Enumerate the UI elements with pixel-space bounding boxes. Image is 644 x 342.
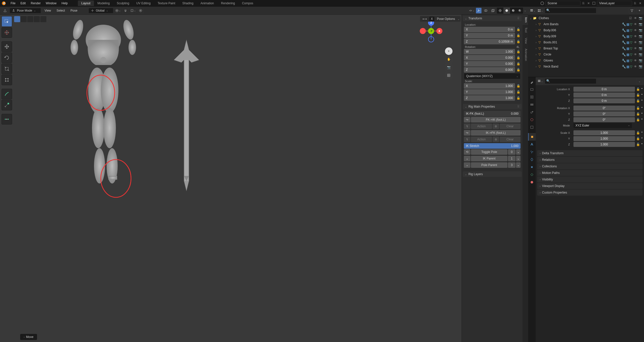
scale-x[interactable]: X1.000 (464, 83, 515, 89)
lock-icon[interactable]: 🔓 (516, 49, 521, 54)
prop-rotation-x[interactable]: 0° (573, 106, 635, 111)
shading-solid[interactable] (503, 8, 510, 14)
anim-dot-icon[interactable]: • (641, 117, 642, 122)
toggle-pole-menu[interactable]: ⌄ (516, 149, 521, 155)
properties-search[interactable] (545, 78, 596, 84)
n-tab-animation[interactable]: Animation (523, 46, 528, 64)
ik-parent-expand[interactable]: ⌄ (464, 156, 470, 161)
wrench-icon[interactable]: 🔧 (622, 65, 626, 69)
outliner-item[interactable]: › ▽ Body.009 🔧 ▦ ▽ 👁 📷 (529, 33, 643, 39)
outliner-item[interactable]: › ▽ Arm Bands 🔧 ▦ ▽ 👁 📷 (529, 21, 643, 27)
outliner-display-mode[interactable]: ⌄ (530, 8, 536, 14)
anim-dot-icon[interactable]: • (641, 99, 642, 103)
outliner-item[interactable]: › ▽ Body.006 🔧 ▦ ▽ 👁 📷 (529, 27, 643, 33)
prop-options[interactable]: ⌄ (636, 78, 642, 84)
new-viewlayer-icon[interactable]: ⎘ (633, 2, 637, 5)
outliner-item[interactable]: › ▽ Gloves 🔧 ▦ ▽ 👁 📷 (529, 57, 643, 64)
lock-icon[interactable]: 🔓 (636, 117, 640, 122)
section-viewport-display[interactable]: ›Viewport Display (537, 183, 642, 189)
modifier-icon[interactable]: ▦ (626, 53, 629, 56)
tab-sculpting[interactable]: Sculpting (113, 1, 133, 6)
prop-rotation-y[interactable]: 0° (573, 111, 635, 116)
section-motion-paths[interactable]: ›Motion Paths (537, 170, 642, 176)
pole-parent-expand[interactable]: ⌄ (464, 162, 470, 168)
anim-dot-icon[interactable]: • (641, 142, 642, 147)
prop-rotation-z[interactable]: 0° (573, 117, 635, 122)
prop-tab-viewlayer[interactable] (528, 101, 536, 108)
lock-icon[interactable]: 🔓 (516, 90, 521, 94)
rig-layers-header[interactable]: ⌄Rig Layers (463, 171, 522, 177)
gizmo-y-axis[interactable]: -Y (428, 28, 434, 34)
eye-icon[interactable]: 👁 (633, 22, 637, 26)
camera-icon[interactable]: 📷 (638, 65, 642, 69)
tab-texture-paint[interactable]: Texture Paint (154, 1, 179, 6)
rotation-mode-dropdown[interactable]: Quaternion (WXYZ)⌄ (464, 73, 521, 79)
gizmo-toggle[interactable] (476, 8, 482, 14)
prop-tab-output[interactable] (528, 93, 536, 101)
outliner-search[interactable] (545, 8, 596, 13)
tab-layout[interactable]: Layout (78, 1, 94, 6)
perspective-icon[interactable] (445, 72, 453, 79)
tab-modeling[interactable]: Modeling (94, 1, 113, 6)
vertex-group-icon[interactable]: ▽ (630, 35, 632, 38)
tool-rotate[interactable] (2, 52, 12, 63)
editor-type-icon[interactable] (2, 8, 8, 14)
eye-icon[interactable]: 👁 (633, 46, 637, 50)
prop-scale-y[interactable]: 1.000 (573, 136, 635, 141)
camera-icon[interactable]: 📷 (638, 22, 642, 26)
section-visibility[interactable]: ›Visibility (537, 176, 642, 182)
outliner-item[interactable]: › ▽ Boots.001 🔧 ▦ ▽ 👁 📷 (529, 39, 643, 45)
modifier-icon[interactable]: ▦ (626, 47, 629, 50)
camera-icon[interactable]: 📷 (638, 16, 642, 20)
outliner-view-mode[interactable]: ⌄ (537, 8, 543, 14)
menu-edit[interactable]: Edit (18, 1, 28, 6)
transform-panel-header[interactable]: ⌄Transform ⠿ (463, 16, 522, 21)
shading-dropdown[interactable]: ⌄ (524, 9, 526, 12)
location-z[interactable]: Z0.10508 m (464, 39, 515, 44)
ik-to-fk-button[interactable]: IK->FK (foot.L) (471, 130, 521, 136)
wrench-icon[interactable]: 🔧 (622, 35, 626, 38)
snap-type[interactable]: ⌄ (130, 8, 136, 14)
anim-dot-icon[interactable]: • (641, 112, 642, 116)
lock-icon[interactable]: 🔓 (636, 93, 640, 97)
lock-icon[interactable]: 🔓 (516, 33, 521, 38)
viewlayer-name-input[interactable] (597, 1, 632, 6)
lock-icon[interactable]: 🔓 (516, 96, 521, 100)
zoom-icon[interactable]: + (445, 47, 453, 55)
modifier-icon[interactable]: ▦ (626, 28, 629, 32)
prop-pin[interactable]: ⌄ (537, 78, 543, 84)
wrench-icon[interactable]: 🔧 (622, 22, 626, 26)
navigation-gizmo[interactable]: Z -Y X (420, 20, 442, 42)
toggle-pole-button[interactable]: Toggle Pole (471, 149, 507, 155)
lock-icon[interactable]: 🔓 (516, 27, 521, 32)
camera-view-icon[interactable]: 📷 (445, 64, 453, 71)
rig-panel-header[interactable]: ⌄Rig Main Properties⠿ (463, 104, 522, 109)
anim-dot-icon[interactable]: • (641, 93, 642, 97)
section-delta-transform[interactable]: ›Delta Transform (537, 150, 642, 156)
lock-icon[interactable]: 🔓 (636, 112, 640, 116)
prop-tab-tool[interactable] (528, 78, 536, 86)
n-tab-tool[interactable]: Tool (523, 25, 528, 35)
collection-clothes[interactable]: ⌄ 📁 Clothes ☑ 👁 📷 (529, 15, 643, 21)
outliner-filter[interactable] (629, 8, 635, 14)
lock-icon[interactable]: 🔓 (636, 106, 640, 110)
prop-tab-physics[interactable] (528, 156, 536, 163)
snap-ik-fk-icon[interactable]: ↪ (464, 130, 470, 136)
section-collections[interactable]: ›Collections (537, 163, 642, 169)
scale-z[interactable]: Z1.000 (464, 95, 515, 101)
tab-uv-editing[interactable]: UV Editing (133, 1, 154, 6)
tab-animation[interactable]: Animation (197, 1, 217, 6)
eye-icon[interactable]: 👁 (633, 58, 637, 63)
rotation-y[interactable]: Y0.000 (464, 61, 515, 67)
pole-parent-menu[interactable]: ⌄ (516, 162, 521, 168)
tool-select-box[interactable] (2, 16, 12, 27)
prop-location-z[interactable]: 0 m (573, 98, 635, 103)
menu-window[interactable]: Window (43, 1, 59, 6)
select-mode-5[interactable] (40, 16, 46, 22)
prop-location-y[interactable]: 0 m (573, 92, 635, 98)
tab-compositing[interactable]: Compos (238, 1, 257, 6)
prop-scale-z[interactable]: 1.000 (573, 142, 635, 147)
wrench-icon[interactable]: 🔧 (622, 47, 626, 50)
gizmo-neg-z-axis[interactable] (428, 36, 434, 42)
visibility-toggle[interactable]: ⌄ (469, 8, 475, 14)
